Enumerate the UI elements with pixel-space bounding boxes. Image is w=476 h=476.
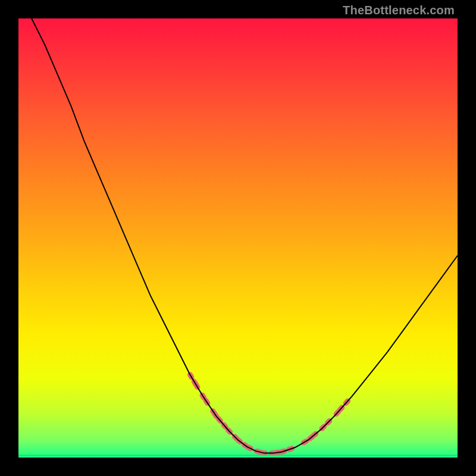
chart-svg bbox=[18, 18, 458, 458]
gradient-background bbox=[18, 18, 458, 458]
chart-frame bbox=[18, 18, 458, 458]
attribution-text: TheBottleneck.com bbox=[343, 4, 455, 17]
